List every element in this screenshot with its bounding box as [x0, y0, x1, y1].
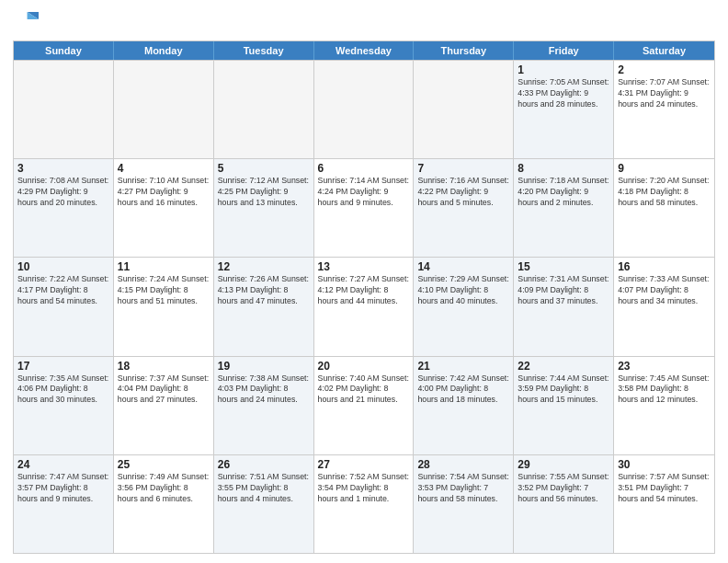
day-number: 17 — [17, 360, 109, 373]
cal-cell-5: 5Sunrise: 7:12 AM Sunset: 4:25 PM Daylig… — [214, 159, 314, 257]
day-info: Sunrise: 7:22 AM Sunset: 4:17 PM Dayligh… — [17, 274, 109, 307]
day-number: 7 — [417, 162, 509, 175]
day-info: Sunrise: 7:51 AM Sunset: 3:55 PM Dayligh… — [218, 472, 310, 505]
day-number: 12 — [218, 260, 310, 273]
cal-cell-10: 10Sunrise: 7:22 AM Sunset: 4:17 PM Dayli… — [14, 258, 114, 355]
cal-cell-19: 19Sunrise: 7:38 AM Sunset: 4:03 PM Dayli… — [214, 357, 314, 454]
day-info: Sunrise: 7:54 AM Sunset: 3:53 PM Dayligh… — [417, 472, 509, 505]
day-info: Sunrise: 7:31 AM Sunset: 4:09 PM Dayligh… — [518, 274, 609, 307]
cal-cell-empty-0-0 — [14, 61, 114, 158]
day-number: 9 — [618, 162, 711, 175]
day-info: Sunrise: 7:18 AM Sunset: 4:20 PM Dayligh… — [518, 176, 609, 209]
day-info: Sunrise: 7:55 AM Sunset: 3:52 PM Dayligh… — [518, 472, 609, 505]
day-number: 23 — [618, 360, 711, 373]
cal-cell-22: 22Sunrise: 7:44 AM Sunset: 3:59 PM Dayli… — [514, 357, 614, 454]
day-number: 29 — [518, 458, 609, 471]
day-number: 16 — [618, 260, 711, 273]
day-info: Sunrise: 7:40 AM Sunset: 4:02 PM Dayligh… — [318, 373, 410, 407]
cal-cell-23: 23Sunrise: 7:45 AM Sunset: 3:58 PM Dayli… — [614, 357, 714, 454]
day-number: 4 — [118, 162, 210, 175]
day-number: 27 — [318, 458, 410, 471]
calendar-row-1: 1Sunrise: 7:05 AM Sunset: 4:33 PM Daylig… — [14, 60, 714, 158]
day-info: Sunrise: 7:47 AM Sunset: 3:57 PM Dayligh… — [17, 472, 109, 505]
calendar: SundayMondayTuesdayWednesdayThursdayFrid… — [13, 40, 715, 554]
day-info: Sunrise: 7:05 AM Sunset: 4:33 PM Dayligh… — [518, 77, 609, 110]
logo-icon — [13, 9, 39, 35]
day-info: Sunrise: 7:38 AM Sunset: 4:03 PM Dayligh… — [218, 373, 310, 407]
cal-cell-6: 6Sunrise: 7:14 AM Sunset: 4:24 PM Daylig… — [314, 159, 415, 257]
day-number: 13 — [318, 260, 410, 273]
cal-cell-17: 17Sunrise: 7:35 AM Sunset: 4:06 PM Dayli… — [14, 357, 114, 454]
day-info: Sunrise: 7:45 AM Sunset: 3:58 PM Dayligh… — [618, 373, 711, 407]
cal-cell-24: 24Sunrise: 7:47 AM Sunset: 3:57 PM Dayli… — [14, 455, 114, 553]
day-number: 19 — [218, 360, 310, 373]
header-day-friday: Friday — [514, 41, 614, 60]
cal-cell-4: 4Sunrise: 7:10 AM Sunset: 4:27 PM Daylig… — [114, 159, 214, 257]
day-number: 26 — [218, 458, 310, 471]
day-info: Sunrise: 7:44 AM Sunset: 3:59 PM Dayligh… — [518, 373, 609, 407]
header — [13, 9, 715, 35]
day-number: 15 — [518, 260, 609, 273]
day-info: Sunrise: 7:07 AM Sunset: 4:31 PM Dayligh… — [618, 77, 711, 110]
day-info: Sunrise: 7:37 AM Sunset: 4:04 PM Dayligh… — [118, 373, 210, 407]
day-info: Sunrise: 7:20 AM Sunset: 4:18 PM Dayligh… — [618, 176, 711, 209]
cal-cell-empty-0-2 — [214, 61, 314, 158]
day-info: Sunrise: 7:16 AM Sunset: 4:22 PM Dayligh… — [417, 176, 509, 209]
header-day-tuesday: Tuesday — [214, 41, 314, 60]
header-day-thursday: Thursday — [414, 41, 514, 60]
day-number: 21 — [417, 360, 509, 373]
cal-cell-29: 29Sunrise: 7:55 AM Sunset: 3:52 PM Dayli… — [514, 455, 614, 553]
cal-cell-16: 16Sunrise: 7:33 AM Sunset: 4:07 PM Dayli… — [614, 258, 714, 355]
day-info: Sunrise: 7:12 AM Sunset: 4:25 PM Dayligh… — [218, 176, 310, 209]
day-info: Sunrise: 7:14 AM Sunset: 4:24 PM Dayligh… — [318, 176, 410, 209]
day-number: 22 — [518, 360, 609, 373]
day-info: Sunrise: 7:27 AM Sunset: 4:12 PM Dayligh… — [318, 274, 410, 307]
header-day-saturday: Saturday — [614, 41, 714, 60]
day-info: Sunrise: 7:10 AM Sunset: 4:27 PM Dayligh… — [118, 176, 210, 209]
calendar-row-3: 10Sunrise: 7:22 AM Sunset: 4:17 PM Dayli… — [14, 257, 714, 355]
header-day-monday: Monday — [114, 41, 214, 60]
cal-cell-15: 15Sunrise: 7:31 AM Sunset: 4:09 PM Dayli… — [514, 258, 614, 355]
day-number: 18 — [118, 360, 210, 373]
day-number: 30 — [618, 458, 711, 471]
cal-cell-25: 25Sunrise: 7:49 AM Sunset: 3:56 PM Dayli… — [114, 455, 214, 553]
day-info: Sunrise: 7:26 AM Sunset: 4:13 PM Dayligh… — [218, 274, 310, 307]
cal-cell-14: 14Sunrise: 7:29 AM Sunset: 4:10 PM Dayli… — [414, 258, 514, 355]
cal-cell-9: 9Sunrise: 7:20 AM Sunset: 4:18 PM Daylig… — [614, 159, 714, 257]
day-number: 3 — [17, 162, 109, 175]
calendar-row-4: 17Sunrise: 7:35 AM Sunset: 4:06 PM Dayli… — [14, 356, 714, 454]
day-number: 11 — [118, 260, 210, 273]
cal-cell-3: 3Sunrise: 7:08 AM Sunset: 4:29 PM Daylig… — [14, 159, 114, 257]
day-number: 10 — [17, 260, 109, 273]
calendar-row-5: 24Sunrise: 7:47 AM Sunset: 3:57 PM Dayli… — [14, 454, 714, 553]
page: SundayMondayTuesdayWednesdayThursdayFrid… — [0, 0, 728, 563]
cal-cell-20: 20Sunrise: 7:40 AM Sunset: 4:02 PM Dayli… — [314, 357, 415, 454]
cal-cell-28: 28Sunrise: 7:54 AM Sunset: 3:53 PM Dayli… — [414, 455, 514, 553]
calendar-row-2: 3Sunrise: 7:08 AM Sunset: 4:29 PM Daylig… — [14, 158, 714, 257]
cal-cell-21: 21Sunrise: 7:42 AM Sunset: 4:00 PM Dayli… — [414, 357, 514, 454]
calendar-header: SundayMondayTuesdayWednesdayThursdayFrid… — [14, 41, 714, 60]
day-number: 8 — [518, 162, 609, 175]
day-info: Sunrise: 7:52 AM Sunset: 3:54 PM Dayligh… — [318, 472, 410, 505]
day-info: Sunrise: 7:08 AM Sunset: 4:29 PM Dayligh… — [17, 176, 109, 209]
cal-cell-26: 26Sunrise: 7:51 AM Sunset: 3:55 PM Dayli… — [214, 455, 314, 553]
day-info: Sunrise: 7:35 AM Sunset: 4:06 PM Dayligh… — [17, 373, 109, 407]
cal-cell-7: 7Sunrise: 7:16 AM Sunset: 4:22 PM Daylig… — [414, 159, 514, 257]
day-number: 25 — [118, 458, 210, 471]
header-day-sunday: Sunday — [14, 41, 114, 60]
day-info: Sunrise: 7:49 AM Sunset: 3:56 PM Dayligh… — [118, 472, 210, 505]
cal-cell-30: 30Sunrise: 7:57 AM Sunset: 3:51 PM Dayli… — [614, 455, 714, 553]
day-number: 5 — [218, 162, 310, 175]
cal-cell-18: 18Sunrise: 7:37 AM Sunset: 4:04 PM Dayli… — [114, 357, 214, 454]
day-info: Sunrise: 7:29 AM Sunset: 4:10 PM Dayligh… — [417, 274, 509, 307]
cal-cell-11: 11Sunrise: 7:24 AM Sunset: 4:15 PM Dayli… — [114, 258, 214, 355]
day-number: 6 — [318, 162, 410, 175]
logo — [13, 9, 42, 35]
cal-cell-empty-0-4 — [414, 61, 514, 158]
day-info: Sunrise: 7:42 AM Sunset: 4:00 PM Dayligh… — [417, 373, 509, 407]
day-number: 1 — [518, 63, 609, 76]
day-number: 28 — [417, 458, 509, 471]
cal-cell-2: 2Sunrise: 7:07 AM Sunset: 4:31 PM Daylig… — [614, 61, 714, 158]
day-info: Sunrise: 7:33 AM Sunset: 4:07 PM Dayligh… — [618, 274, 711, 307]
calendar-body: 1Sunrise: 7:05 AM Sunset: 4:33 PM Daylig… — [14, 60, 714, 553]
